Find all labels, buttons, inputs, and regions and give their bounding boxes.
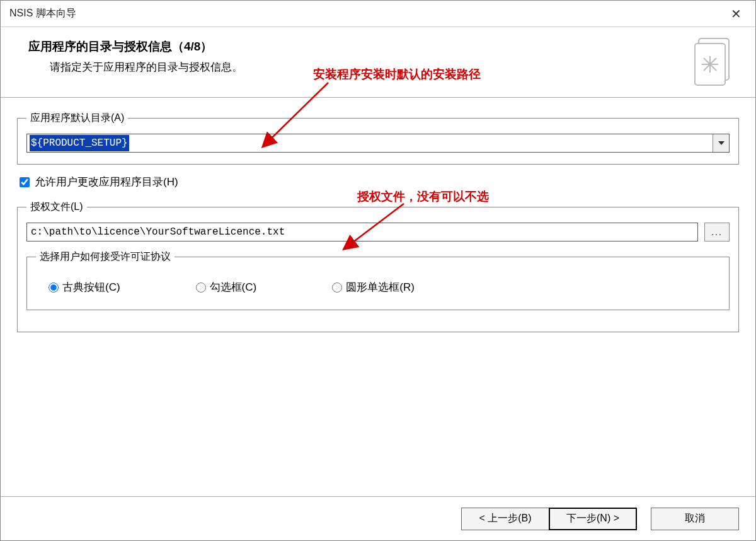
option-checkbox[interactable]: 勾选框(C) bbox=[196, 280, 257, 294]
default-directory-group: 应用程序默认目录(A) ${PRODUCT_SETUP} bbox=[17, 112, 739, 165]
option-classic-radio[interactable] bbox=[49, 282, 59, 293]
browse-button[interactable]: ... bbox=[704, 223, 730, 241]
back-button[interactable]: < 上一步(B) bbox=[461, 508, 549, 530]
wizard-header: 应用程序的目录与授权信息（4/8） 请指定关于应用程序的目录与授权信息。 bbox=[1, 27, 755, 98]
license-agreement-legend: 选择用户如何接受许可证协议 bbox=[36, 250, 175, 264]
window-title: NSIS 脚本向导 bbox=[9, 7, 76, 20]
close-button[interactable]: ✕ bbox=[721, 4, 750, 23]
titlebar: NSIS 脚本向导 ✕ bbox=[1, 1, 755, 27]
license-file-legend: 授权文件(L) bbox=[26, 201, 87, 214]
wizard-button-bar: < 上一步(B) 下一步(N) > 取消 bbox=[1, 496, 755, 540]
license-path-input[interactable]: c:\path\to\licence\YourSoftwareLicence.t… bbox=[26, 223, 698, 241]
page-title: 应用程序的目录与授权信息（4/8） bbox=[28, 38, 742, 55]
wizard-content: 应用程序默认目录(A) ${PRODUCT_SETUP} 允许用户更改应用程序目… bbox=[1, 98, 755, 356]
default-directory-dropdown-button[interactable] bbox=[713, 134, 729, 152]
chevron-down-icon bbox=[718, 141, 724, 145]
option-radio[interactable]: 圆形单选框(R) bbox=[332, 280, 415, 294]
option-classic[interactable]: 古典按钮(C) bbox=[49, 280, 120, 294]
annotation-install-path: 安装程序安装时默认的安装路径 bbox=[313, 66, 481, 83]
allow-change-dir-input[interactable] bbox=[20, 177, 30, 187]
annotation-license-file: 授权文件，没有可以不选 bbox=[357, 189, 489, 205]
allow-change-dir-checkbox[interactable]: 允许用户更改应用程序目录(H) bbox=[20, 175, 739, 189]
next-button[interactable]: 下一步(N) > bbox=[549, 508, 637, 530]
license-agreement-group: 选择用户如何接受许可证协议 古典按钮(C) 勾选框(C) 圆形单选框(R) bbox=[26, 250, 730, 310]
license-path-row: c:\path\to\licence\YourSoftwareLicence.t… bbox=[26, 223, 730, 241]
option-radio-radio[interactable] bbox=[332, 282, 342, 293]
default-directory-legend: 应用程序默认目录(A) bbox=[26, 112, 128, 125]
allow-change-dir-label: 允许用户更改应用程序目录(H) bbox=[35, 175, 178, 189]
default-directory-combo[interactable]: ${PRODUCT_SETUP} bbox=[26, 134, 730, 153]
license-agreement-options: 古典按钮(C) 勾选框(C) 圆形单选框(R) bbox=[36, 272, 720, 298]
wizard-page-icon bbox=[692, 36, 735, 90]
cancel-button[interactable]: 取消 bbox=[651, 508, 739, 530]
option-checkbox-radio[interactable] bbox=[196, 282, 206, 293]
license-file-group: 授权文件(L) c:\path\to\licence\YourSoftwareL… bbox=[17, 201, 739, 332]
default-directory-value[interactable]: ${PRODUCT_SETUP} bbox=[27, 134, 713, 152]
close-icon: ✕ bbox=[731, 6, 742, 21]
